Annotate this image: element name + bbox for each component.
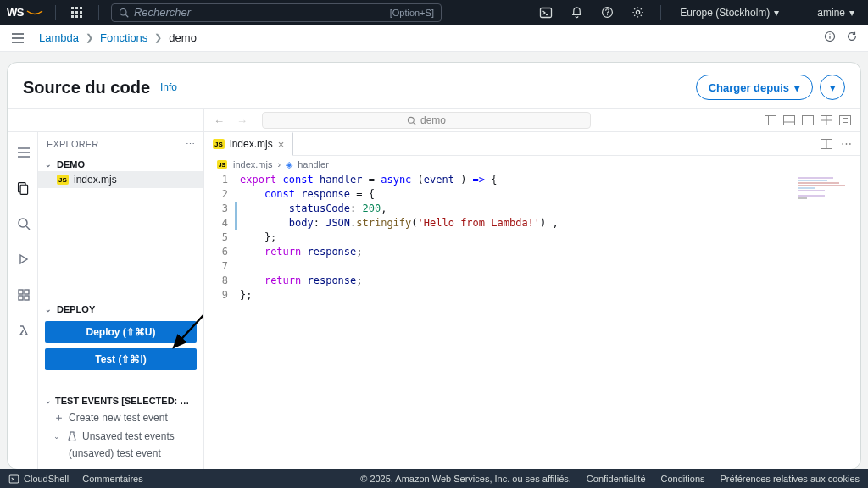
svg-rect-33	[840, 116, 851, 125]
test-events-label: TEST EVENTS [SELECTED: (UNSAVED) TEST...	[55, 396, 190, 406]
svg-rect-6	[71, 15, 74, 18]
extensions-icon[interactable]	[13, 285, 33, 305]
help-icon[interactable]	[596, 6, 618, 19]
chevron-down-icon: ⌄	[45, 305, 53, 313]
js-file-icon: JS	[217, 160, 227, 169]
chevron-right-icon: ❯	[154, 32, 162, 43]
svg-point-15	[636, 10, 639, 14]
chevron-right-icon: ❯	[86, 32, 93, 43]
footer-comments[interactable]: Commentaires	[82, 474, 143, 484]
aws-logo-text: WS	[7, 6, 24, 19]
footer-copyright: © 2025, Amazon Web Services, Inc. ou ses…	[360, 474, 571, 484]
unsaved-test-event-item[interactable]: (unsaved) test event	[45, 445, 197, 462]
layout-sidebar-left-icon[interactable]	[764, 114, 777, 127]
svg-rect-5	[80, 11, 82, 14]
svg-rect-26	[784, 116, 795, 125]
test-button[interactable]: Test (⇧⌘I)	[45, 348, 197, 370]
js-file-icon: JS	[213, 139, 225, 149]
editor-breadcrumb[interactable]: JS index.mjs › ◈ handler	[204, 156, 860, 173]
region-label: Europe (Stockholm)	[680, 7, 770, 19]
aws-footer: CloudShell Commentaires © 2025, Amazon W…	[0, 469, 868, 488]
js-file-icon: JS	[57, 175, 69, 185]
tab-more-icon[interactable]: ⋯	[841, 137, 852, 150]
svg-rect-43	[19, 290, 23, 294]
plus-icon: ＋	[53, 410, 64, 425]
footer-cloudshell-label: CloudShell	[24, 474, 69, 484]
editor-toolbar: ← → demo	[8, 108, 860, 132]
file-label: index.mjs	[74, 174, 117, 186]
footer-terms[interactable]: Conditions	[661, 474, 705, 484]
test-events-section[interactable]: ⌄ TEST EVENTS [SELECTED: (UNSAVED) TEST.…	[45, 394, 197, 408]
explorer-panel: EXPLORER ⋯ ⌄ DEMO JS index.mjs	[38, 132, 204, 469]
global-search-input[interactable]: Rechercher [Option+S]	[111, 3, 442, 22]
lambda-icon[interactable]	[13, 320, 33, 341]
code-area[interactable]: 123456789 export const handler = async (…	[204, 173, 860, 469]
breadcrumb-demo: demo	[169, 31, 197, 44]
beaker-icon	[67, 431, 77, 441]
upload-from-button[interactable]: Charger depuis ▾	[696, 75, 813, 100]
explorer-icon[interactable]	[13, 178, 33, 198]
nav-back-icon[interactable]: ←	[214, 114, 225, 127]
editor-search-text: demo	[420, 114, 446, 126]
user-label: amine	[817, 7, 845, 19]
svg-line-10	[125, 14, 128, 17]
region-selector[interactable]: Europe (Stockholm) ▾	[673, 7, 786, 19]
editor-crumb-symbol: handler	[298, 159, 329, 169]
svg-rect-4	[75, 11, 78, 14]
breadcrumb-functions[interactable]: Fonctions	[100, 31, 147, 44]
nav-forward-icon[interactable]: →	[236, 114, 248, 127]
project-folder[interactable]: ⌄ DEMO	[38, 158, 203, 171]
deploy-section[interactable]: ⌄ DEPLOY	[45, 302, 197, 316]
file-index-mjs[interactable]: JS index.mjs	[38, 171, 203, 188]
svg-rect-28	[803, 116, 814, 125]
layout-grid-icon[interactable]	[820, 114, 833, 127]
svg-point-21	[829, 34, 830, 35]
settings-icon[interactable]	[626, 6, 648, 19]
create-test-event[interactable]: ＋ Create new test event	[45, 408, 197, 428]
cloudshell-icon[interactable]	[535, 6, 557, 19]
account-menu[interactable]: amine ▾	[810, 7, 861, 19]
project-label: DEMO	[57, 159, 85, 169]
services-menu-icon[interactable]	[68, 3, 86, 22]
breadcrumb-lambda[interactable]: Lambda	[39, 31, 79, 44]
footer-privacy[interactable]: Confidentialité	[587, 474, 646, 484]
info-panel-icon[interactable]	[824, 30, 836, 45]
side-menu-icon[interactable]	[10, 33, 25, 43]
explorer-title: EXPLORER	[47, 139, 99, 149]
close-tab-icon[interactable]: ×	[278, 138, 285, 151]
svg-point-41	[19, 219, 27, 227]
aws-top-bar: WS Rechercher [Option+S] Europe (Stockho…	[0, 0, 868, 25]
split-editor-icon[interactable]	[821, 139, 832, 149]
explorer-more-icon[interactable]: ⋯	[186, 139, 195, 150]
breadcrumb-bar: Lambda ❯ Fonctions ❯ demo	[0, 25, 868, 52]
search-icon[interactable]	[13, 214, 33, 234]
notifications-icon[interactable]	[565, 6, 587, 19]
refresh-icon[interactable]	[846, 30, 858, 45]
aws-logo[interactable]: WS	[7, 6, 43, 19]
svg-line-23	[414, 122, 416, 125]
layout-fullscreen-icon[interactable]	[838, 114, 852, 127]
menu-icon[interactable]	[13, 142, 33, 163]
layout-panel-bottom-icon[interactable]	[782, 114, 796, 127]
deploy-section-label: DEPLOY	[57, 304, 95, 314]
footer-cookies[interactable]: Préférences relatives aux cookies	[721, 474, 860, 484]
unsaved-test-events-group[interactable]: ⌄ Unsaved test events	[45, 428, 197, 445]
chevron-right-icon: ›	[277, 159, 281, 169]
layout-sidebar-right-icon[interactable]	[801, 114, 815, 127]
editor-command-search[interactable]: demo	[262, 112, 591, 129]
svg-rect-44	[25, 290, 29, 294]
svg-rect-24	[765, 116, 776, 125]
footer-cloudshell[interactable]: CloudShell	[8, 474, 69, 485]
tab-index-mjs[interactable]: JS index.mjs ×	[204, 132, 293, 156]
more-actions-button[interactable]: ▾	[820, 75, 845, 100]
chevron-down-icon: ▾	[830, 81, 836, 94]
deploy-button[interactable]: Deploy (⇧⌘U)	[45, 321, 197, 343]
search-placeholder: Rechercher	[134, 6, 191, 19]
info-link[interactable]: Info	[160, 81, 177, 93]
minimap[interactable]	[798, 176, 857, 200]
run-debug-icon[interactable]	[13, 249, 33, 269]
chevron-down-icon: ⌄	[45, 160, 53, 169]
search-shortcut: [Option+S]	[390, 8, 434, 18]
unsaved-item-label: (unsaved) test event	[69, 447, 161, 459]
svg-point-9	[120, 8, 126, 15]
